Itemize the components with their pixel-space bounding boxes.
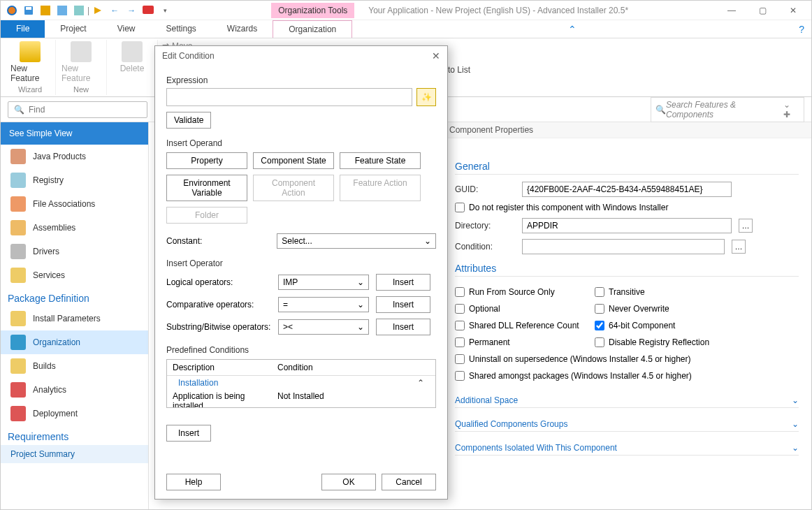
sidebar-item-java[interactable]: Java Products <box>1 145 148 168</box>
attr-shared-packages[interactable] <box>455 371 465 381</box>
qat-icon-1[interactable] <box>39 4 52 17</box>
maximize-button[interactable]: ▢ <box>747 1 778 20</box>
section-isolated-components[interactable]: Components Isolated With This Component⌄ <box>455 439 799 456</box>
delete-icon <box>122 41 143 62</box>
directory-browse-button[interactable]: … <box>739 219 753 233</box>
menu-organization[interactable]: Organization <box>273 20 352 38</box>
table-row[interactable]: Application is being installed Not Insta… <box>167 390 435 408</box>
predef-insert-button[interactable]: Insert <box>166 425 211 442</box>
component-state-button[interactable]: Component State <box>253 152 334 169</box>
cancel-button[interactable]: Cancel <box>382 474 436 490</box>
condition-input[interactable] <box>522 239 725 254</box>
insert-operand-label: Insert Operand <box>166 138 436 148</box>
svg-rect-5 <box>74 6 84 15</box>
section-qualified-groups[interactable]: Qualified Components Groups⌄ <box>455 415 799 432</box>
simple-view-button[interactable]: See Simple View <box>1 122 148 145</box>
env-var-button[interactable]: Environment Variable <box>166 175 247 201</box>
directory-input[interactable] <box>522 218 732 233</box>
section-additional-space[interactable]: Additional Space⌄ <box>455 391 799 408</box>
predefined-conditions-label: Predefined Conditions <box>166 345 436 355</box>
new-feature-wizard-button[interactable]: New Feature <box>10 41 50 83</box>
expand-icon[interactable]: ⌄ ✚ <box>783 100 799 119</box>
attr-uninstall-supersedence[interactable] <box>455 354 465 364</box>
dialog-title: Edit Condition <box>162 51 215 61</box>
search-components-input[interactable]: 🔍 Search Features & Components ⌄ ✚ <box>651 97 804 122</box>
validate-button[interactable]: Validate <box>166 112 211 129</box>
window-title: Your Application - New Project (English … <box>368 6 628 15</box>
ribbon-label: New Feature <box>61 64 101 83</box>
comparative-op-select[interactable]: =⌄ <box>278 297 369 312</box>
svg-rect-7 <box>143 6 154 14</box>
sidebar-item-drivers[interactable]: Drivers <box>1 240 148 263</box>
close-button[interactable]: ✕ <box>778 1 809 20</box>
dropdown-icon[interactable]: ▾ <box>159 4 171 17</box>
title-bar: | ← → ▾ Organization Tools Your Applicat… <box>1 1 811 20</box>
attr-shared-dll[interactable] <box>455 321 465 330</box>
sidebar-item-analytics[interactable]: Analytics <box>1 378 148 402</box>
dialog-close-button[interactable]: ✕ <box>432 50 440 61</box>
condition-label: Condition: <box>455 242 515 252</box>
attr-run-source[interactable] <box>455 287 465 297</box>
component-properties-header: Component Properties <box>442 122 811 138</box>
menu-wizards[interactable]: Wizards <box>212 20 273 38</box>
sidebar-item-deployment[interactable]: Deployment <box>1 402 148 425</box>
search-placeholder: Search Features & Components <box>666 100 783 119</box>
comparative-insert-button[interactable]: Insert <box>376 296 430 313</box>
sidebar-item-registry[interactable]: Registry <box>1 168 148 192</box>
qat-icon-3[interactable] <box>73 4 85 17</box>
menu-file[interactable]: File <box>1 20 45 38</box>
expression-input[interactable] <box>166 88 412 106</box>
attr-disable-reg-reflect[interactable] <box>595 337 604 347</box>
menu-settings[interactable]: Settings <box>151 20 212 38</box>
menu-view[interactable]: View <box>102 20 151 38</box>
find-placeholder: Find <box>29 105 45 115</box>
ok-button[interactable]: OK <box>321 474 376 490</box>
sidebar-item-fileassoc[interactable]: File Associations <box>1 192 148 216</box>
forward-icon[interactable]: → <box>125 4 138 17</box>
constant-select[interactable]: Select...⌄ <box>277 233 436 249</box>
sidebar-item-project-summary[interactable]: Project Summary <box>1 445 148 463</box>
sidebar-item-organization[interactable]: Organization <box>1 330 148 354</box>
sidebar-item-services[interactable]: Services <box>1 263 148 287</box>
help-button[interactable]: Help <box>166 474 221 490</box>
feature-state-button[interactable]: Feature State <box>340 152 421 169</box>
ribbon-group-label: New <box>73 85 89 94</box>
minimize-button[interactable]: — <box>716 1 747 20</box>
feature-action-button: Feature Action <box>340 175 421 201</box>
expression-wizard-button[interactable]: ✨ <box>416 88 436 106</box>
logical-op-select[interactable]: IMP⌄ <box>278 275 369 290</box>
substring-op-label: Substring/Bitwise operators: <box>166 322 271 332</box>
logical-op-label: Logical operators: <box>166 277 271 287</box>
sidebar-item-install-params[interactable]: Install Parameters <box>1 307 148 330</box>
comparative-op-label: Comparative operators: <box>166 300 271 309</box>
attr-64bit[interactable] <box>595 321 604 330</box>
logical-insert-button[interactable]: Insert <box>376 274 430 291</box>
substring-op-select[interactable]: ><⌄ <box>278 319 369 335</box>
sidebar: See Simple View Java Products Registry F… <box>1 122 149 510</box>
attr-optional[interactable] <box>455 304 465 314</box>
condition-browse-button[interactable]: … <box>732 240 746 254</box>
noreg-checkbox[interactable] <box>455 203 465 212</box>
find-input[interactable]: 🔍 Find <box>8 101 147 118</box>
run-icon[interactable] <box>92 4 104 17</box>
menu-project[interactable]: Project <box>45 20 101 38</box>
back-icon[interactable]: ← <box>108 4 121 17</box>
star-icon <box>20 41 41 62</box>
sidebar-item-assemblies[interactable]: Assemblies <box>1 216 148 240</box>
help-icon[interactable]: ? <box>792 20 811 38</box>
substring-insert-button[interactable]: Insert <box>376 319 430 335</box>
qat-icon-2[interactable] <box>56 4 68 17</box>
guid-input[interactable] <box>522 182 732 197</box>
property-button[interactable]: Property <box>166 152 247 169</box>
chevron-up-icon[interactable]: ⌃ <box>561 20 583 38</box>
group-installation[interactable]: Installation⌃ <box>167 376 435 390</box>
badge-icon[interactable] <box>142 4 154 17</box>
attr-permanent[interactable] <box>455 337 465 347</box>
sidebar-item-builds[interactable]: Builds <box>1 354 148 378</box>
attr-transitive[interactable] <box>595 287 604 297</box>
attr-never-overwrite[interactable] <box>595 304 604 314</box>
predefined-conditions-table[interactable]: Description Condition Installation⌃ Appl… <box>166 359 436 408</box>
save-icon[interactable] <box>22 4 35 17</box>
menu-bar: File Project View Settings Wizards Organ… <box>1 20 811 38</box>
guid-label: GUID: <box>455 184 515 194</box>
